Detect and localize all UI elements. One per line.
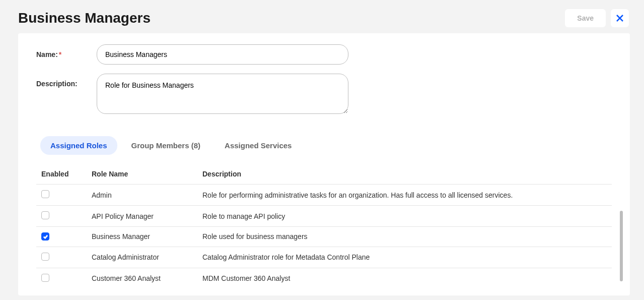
close-icon — [616, 14, 624, 22]
table-row: AdminRole for performing administrative … — [36, 185, 612, 206]
close-button[interactable] — [611, 9, 629, 27]
content-panel: Name:* Description: Role for Business Ma… — [18, 33, 630, 295]
description-label: Description: — [36, 74, 97, 88]
tab-assigned-services[interactable]: Assigned Services — [214, 136, 302, 155]
table-row: Catalog AdministratorCatalog Administrat… — [36, 247, 612, 268]
role-description-cell: MDM Customer 360 Analyst — [197, 268, 612, 286]
tabs: Assigned Roles Group Members (8) Assigne… — [18, 123, 630, 155]
col-header-role-name: Role Name — [87, 166, 197, 185]
role-description-cell: Role to manage API policy — [197, 206, 612, 227]
name-input[interactable] — [97, 44, 348, 65]
roles-table: Enabled Role Name Description AdminRole … — [36, 166, 612, 286]
role-enabled-checkbox[interactable] — [41, 211, 49, 219]
page-title: Business Managers — [18, 10, 151, 26]
role-description-cell: Role used for business managers — [197, 227, 612, 247]
role-name-cell: Catalog Administrator — [87, 247, 197, 268]
table-row: Business ManagerRole used for business m… — [36, 227, 612, 247]
required-indicator: * — [59, 50, 61, 58]
name-label: Name:* — [36, 44, 97, 58]
role-enabled-checkbox[interactable] — [41, 274, 49, 282]
table-row: Customer 360 AnalystMDM Customer 360 Ana… — [36, 268, 612, 286]
role-description-cell: Catalog Administrator role for Metadata … — [197, 247, 612, 268]
tab-group-members[interactable]: Group Members (8) — [121, 136, 211, 155]
description-textarea[interactable]: Role for Business Managers — [97, 74, 348, 114]
role-enabled-checkbox[interactable] — [41, 232, 49, 241]
role-name-cell: Admin — [87, 185, 197, 206]
save-button[interactable]: Save — [565, 9, 606, 27]
role-name-cell: API Policy Manager — [87, 206, 197, 227]
scrollbar-thumb[interactable] — [620, 211, 623, 281]
col-header-description: Description — [197, 166, 612, 185]
tab-assigned-roles[interactable]: Assigned Roles — [40, 136, 117, 155]
role-description-cell: Role for performing administrative tasks… — [197, 185, 612, 206]
col-header-enabled: Enabled — [36, 166, 87, 185]
role-name-cell: Customer 360 Analyst — [87, 268, 197, 286]
table-row: API Policy ManagerRole to manage API pol… — [36, 206, 612, 227]
role-enabled-checkbox[interactable] — [41, 253, 49, 261]
role-enabled-checkbox[interactable] — [41, 190, 49, 198]
role-name-cell: Business Manager — [87, 227, 197, 247]
